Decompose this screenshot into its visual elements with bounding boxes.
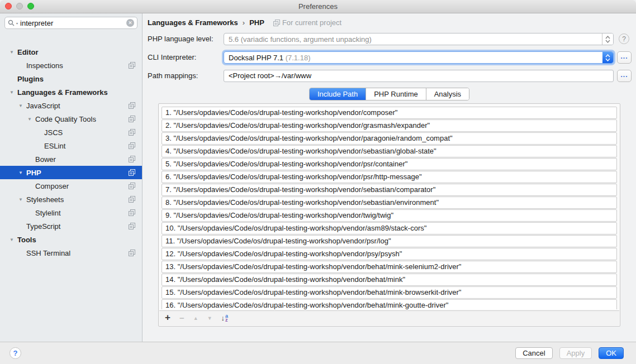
settings-search-field[interactable]: ▾ ✕ bbox=[4, 17, 137, 29]
cli-interpreter-name: Docksal PHP 7.1 bbox=[229, 54, 283, 62]
window-controls bbox=[5, 3, 34, 9]
sidebar-item-eslint[interactable]: ESLint bbox=[0, 139, 142, 152]
breadcrumb-parent[interactable]: Languages & Frameworks bbox=[148, 18, 238, 27]
scope-label: For current project bbox=[282, 18, 341, 27]
sidebar-item-label: Bower bbox=[35, 155, 56, 164]
ok-button[interactable]: OK bbox=[599, 347, 624, 359]
sidebar-item-php[interactable]: ▼ PHP bbox=[0, 166, 142, 179]
disclosure-triangle-icon[interactable]: ▼ bbox=[7, 90, 17, 95]
cli-interpreter-version: (7.1.18) bbox=[286, 54, 311, 62]
include-path-row[interactable]: 9. "/Users/opdavies/Code/os/drupal-testi… bbox=[162, 209, 617, 222]
cli-interpreter-label: CLI Interpreter: bbox=[148, 51, 196, 64]
scope-indicator: For current project bbox=[273, 18, 341, 27]
disclosure-triangle-icon[interactable]: ▼ bbox=[16, 170, 26, 175]
sidebar-item-label: Inspections bbox=[26, 61, 63, 70]
sidebar-item-inspections[interactable]: Inspections bbox=[0, 59, 142, 72]
disclosure-triangle-icon[interactable]: ▼ bbox=[25, 117, 35, 122]
include-path-row[interactable]: 12. "/Users/opdavies/Code/os/drupal-test… bbox=[162, 248, 617, 260]
sidebar-item-typescript[interactable]: TypeScript bbox=[0, 219, 142, 233]
sidebar-item-ssh-terminal[interactable]: SSH Terminal bbox=[0, 246, 142, 260]
cancel-button[interactable]: Cancel bbox=[515, 347, 552, 359]
tab-analysis[interactable]: Analysis bbox=[426, 88, 469, 100]
cli-interpreter-browse-button[interactable]: ... bbox=[617, 51, 632, 64]
move-down-button[interactable]: ▼ bbox=[207, 315, 212, 321]
include-path-row[interactable]: 3. "/Users/opdavies/Code/os/drupal-testi… bbox=[162, 132, 617, 145]
sidebar-item-code-quality-tools[interactable]: ▼ Code Quality Tools bbox=[0, 112, 142, 126]
sidebar-item-stylelint[interactable]: Stylelint bbox=[0, 206, 142, 219]
path-mappings-label: Path mappings: bbox=[148, 70, 198, 82]
sidebar-item-label: JSCS bbox=[44, 128, 63, 137]
sidebar-item-label: ESLint bbox=[44, 142, 65, 150]
sort-alphabetically-button[interactable]: ↓ a z bbox=[221, 314, 229, 322]
sidebar-item-label: JavaScript bbox=[26, 102, 60, 110]
sidebar-item-label: Plugins bbox=[17, 75, 44, 83]
current-project-icon bbox=[129, 196, 135, 204]
include-path-row[interactable]: 7. "/Users/opdavies/Code/os/drupal-testi… bbox=[162, 184, 617, 196]
sidebar-item-editor[interactable]: ▼ Editor bbox=[0, 45, 142, 59]
cli-interpreter-combo[interactable]: Docksal PHP 7.1 (7.1.18) bbox=[224, 51, 614, 64]
zoom-window-button[interactable] bbox=[27, 3, 34, 9]
tab-include-path[interactable]: Include Path bbox=[310, 88, 366, 100]
include-path-row[interactable]: 1. "/Users/opdavies/Code/os/drupal-testi… bbox=[162, 107, 617, 119]
include-path-row[interactable]: 5. "/Users/opdavies/Code/os/drupal-testi… bbox=[162, 158, 617, 170]
sidebar-item-plugins[interactable]: Plugins bbox=[0, 72, 142, 85]
search-clear-icon[interactable]: ✕ bbox=[126, 19, 134, 27]
sidebar-item-label: Tools bbox=[17, 236, 36, 244]
help-button[interactable]: ? bbox=[10, 347, 21, 359]
search-options-caret-icon[interactable]: ▾ bbox=[16, 21, 18, 25]
add-path-button[interactable]: + bbox=[165, 312, 170, 323]
remove-path-button[interactable]: − bbox=[179, 313, 184, 323]
language-level-help-icon[interactable]: ? bbox=[619, 33, 629, 44]
stepper-icon[interactable] bbox=[602, 52, 613, 63]
tab-php-runtime[interactable]: PHP Runtime bbox=[366, 88, 426, 100]
stepper-icon[interactable] bbox=[602, 33, 613, 45]
sidebar-item-jscs[interactable]: JSCS bbox=[0, 126, 142, 139]
window-title: Preferences bbox=[0, 0, 636, 13]
language-level-value: 5.6 (variadic functions, argument unpack… bbox=[224, 35, 602, 44]
path-mappings-browse-button[interactable]: ... bbox=[617, 70, 632, 82]
sidebar-item-label: Stylelint bbox=[35, 209, 61, 217]
move-up-button[interactable]: ▲ bbox=[193, 315, 198, 321]
disclosure-triangle-icon[interactable]: ▼ bbox=[7, 237, 17, 242]
sidebar-item-javascript[interactable]: ▼ JavaScript bbox=[0, 99, 142, 112]
language-level-combo[interactable]: 5.6 (variadic functions, argument unpack… bbox=[224, 33, 614, 45]
include-path-row[interactable]: 15. "/Users/opdavies/Code/os/drupal-test… bbox=[162, 286, 617, 299]
include-path-row[interactable]: 6. "/Users/opdavies/Code/os/drupal-testi… bbox=[162, 171, 617, 183]
sidebar-tree: ▼ Editor Inspections Plugins bbox=[0, 45, 142, 260]
current-project-icon bbox=[129, 142, 135, 151]
current-project-icon bbox=[129, 250, 135, 258]
sidebar-item-bower[interactable]: Bower bbox=[0, 152, 142, 166]
include-path-row[interactable]: 13. "/Users/opdavies/Code/os/drupal-test… bbox=[162, 261, 617, 273]
apply-button[interactable]: Apply bbox=[559, 347, 592, 359]
include-path-row[interactable]: 2. "/Users/opdavies/Code/os/drupal-testi… bbox=[162, 119, 617, 132]
include-path-toolbar: + − ▲ ▼ ↓ a z bbox=[159, 310, 619, 325]
include-path-row[interactable]: 10. "/Users/opdavies/Code/os/drupal-test… bbox=[162, 222, 617, 234]
current-project-icon bbox=[129, 209, 135, 218]
sidebar-item-label: PHP bbox=[26, 169, 41, 177]
dialog-footer: ? Cancel Apply OK bbox=[0, 342, 636, 364]
current-project-icon bbox=[129, 223, 135, 231]
include-path-row[interactable]: 11. "/Users/opdavies/Code/os/drupal-test… bbox=[162, 235, 617, 247]
disclosure-triangle-icon[interactable]: ▼ bbox=[16, 103, 26, 108]
sidebar-item-label: Code Quality Tools bbox=[35, 115, 96, 123]
sidebar-item-stylesheets[interactable]: ▼ Stylesheets bbox=[0, 193, 142, 206]
include-path-row[interactable]: 16. "/Users/opdavies/Code/os/drupal-test… bbox=[162, 299, 617, 309]
search-icon bbox=[8, 20, 15, 26]
disclosure-triangle-icon[interactable]: ▼ bbox=[16, 197, 26, 202]
minimize-window-button[interactable] bbox=[16, 3, 23, 9]
breadcrumb-separator: › bbox=[243, 18, 245, 27]
close-window-button[interactable] bbox=[5, 3, 12, 9]
path-mappings-field[interactable]: <Project root>→/var/www bbox=[224, 70, 614, 82]
search-input[interactable] bbox=[20, 19, 126, 27]
sidebar-item-composer[interactable]: Composer bbox=[0, 179, 142, 193]
include-path-row[interactable]: 4. "/Users/opdavies/Code/os/drupal-testi… bbox=[162, 145, 617, 157]
sidebar-item-label: Stylesheets bbox=[26, 195, 64, 204]
disclosure-triangle-icon[interactable]: ▼ bbox=[7, 50, 17, 55]
breadcrumb-current: PHP bbox=[249, 18, 264, 27]
include-path-row[interactable]: 14. "/Users/opdavies/Code/os/drupal-test… bbox=[162, 274, 617, 286]
include-path-row[interactable]: 8. "/Users/opdavies/Code/os/drupal-testi… bbox=[162, 197, 617, 209]
current-project-icon bbox=[129, 183, 135, 191]
current-project-icon bbox=[129, 129, 135, 137]
sidebar-item-languages-frameworks[interactable]: ▼ Languages & Frameworks bbox=[0, 85, 142, 99]
sidebar-item-tools[interactable]: ▼ Tools bbox=[0, 233, 142, 246]
